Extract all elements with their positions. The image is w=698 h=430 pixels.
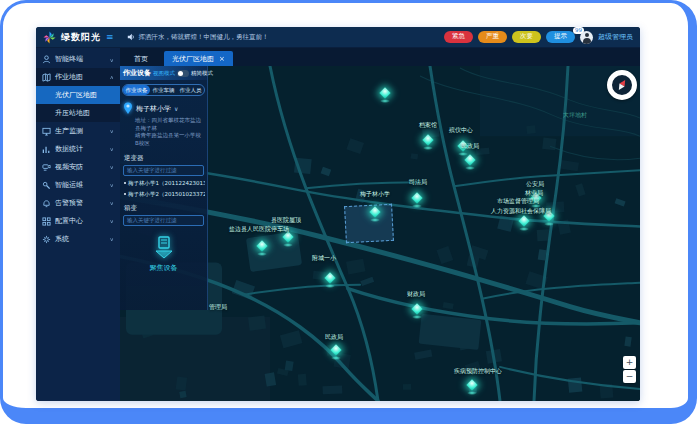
camera-icon — [42, 163, 51, 172]
box-transformer-filter-input[interactable]: 输入关键字进行过滤 — [123, 215, 204, 226]
work-equipment-panel: 作业设备 视图模式 精简模式 作业设备 作业车辆 作业人员 — [120, 66, 208, 310]
sidebar-item-smart-terminal[interactable]: 智能终端 ∨ — [36, 50, 120, 68]
map-place-label: 民政局 — [325, 333, 343, 342]
chevron-down-icon: ∨ — [110, 200, 114, 206]
alarm-badge-hint[interactable]: 提示 — [546, 31, 575, 43]
sidebar-collapse-icon[interactable]: ≡ — [106, 33, 114, 42]
map-place-label: 市场监督管理局 — [497, 197, 539, 206]
user-role-label[interactable]: 超级管理员 — [598, 32, 633, 42]
tab-home[interactable]: 首页 — [126, 51, 156, 66]
tab-bar: 首页 光伏厂区地图 × — [120, 48, 640, 66]
chevron-down-icon: ∨ — [110, 128, 114, 134]
gear-icon — [42, 235, 51, 244]
bar-chart-icon — [42, 145, 51, 154]
device-marker-icon[interactable] — [330, 344, 342, 360]
focus-device-button[interactable]: 聚焦设备 — [120, 235, 207, 273]
map-icon — [42, 73, 51, 82]
chevron-down-icon: ∨ — [110, 218, 114, 224]
wrench-icon — [42, 181, 51, 190]
map-place-label: 财政局 — [407, 290, 425, 299]
terminal-icon — [42, 55, 51, 64]
inverter-section-label: 逆变器 — [120, 148, 207, 165]
announcement-ticker: 挥洒汗水，铸就辉煌！中国健儿，勇往直前！ — [139, 33, 269, 42]
sidebar-item-label: 告警预警 — [55, 198, 83, 208]
sidebar-item-label: 生产监测 — [55, 126, 83, 136]
panel-tab-personnel[interactable]: 作业人员 — [177, 85, 204, 95]
grid-icon — [42, 217, 51, 226]
device-marker-icon[interactable] — [411, 192, 423, 208]
monitor-icon — [42, 127, 51, 136]
panel-tab-equipment[interactable]: 作业设备 — [123, 85, 150, 95]
avatar-image — [580, 31, 593, 44]
main-sidebar: 智能终端 ∨ 作业地图 ∧ 光伏厂区地图 升压站地图 生产监测 ∨ — [36, 48, 120, 401]
panel-tab-group: 作业设备 作业车辆 作业人员 — [122, 84, 205, 96]
sidebar-subitem-booster-station-map[interactable]: 升压站地图 — [36, 104, 120, 122]
sidebar-item-alarm-warning[interactable]: 告警预警 ∨ — [36, 194, 120, 212]
chevron-down-icon: ∨ — [110, 146, 114, 152]
inverter-filter-input[interactable]: 输入关键字进行过滤 — [123, 165, 204, 176]
inverter-list-item[interactable]: 梅子林小学1（201122423013014... — [124, 180, 205, 187]
map-place-label: 县医院屋顶 — [271, 216, 301, 225]
zoom-in-button[interactable]: + — [623, 356, 636, 369]
sidebar-subitem-pv-plant-map[interactable]: 光伏厂区地图 — [36, 86, 120, 104]
sidebar-item-video-security[interactable]: 视频安防 ∨ — [36, 158, 120, 176]
station-selector[interactable]: 梅子林小学 — [136, 104, 171, 114]
map-zoom-control: + − — [623, 356, 636, 383]
device-marker-icon[interactable] — [518, 215, 530, 231]
map-canvas[interactable]: 作业设备 视图模式 精简模式 作业设备 作业车辆 作业人员 — [120, 66, 640, 401]
alarm-badge-severe[interactable]: 严重 — [478, 31, 507, 43]
station-address: 地址：四川省攀枝花市盐边县梅子林 靖青年路盐边县第一小学校B校区 — [120, 115, 207, 148]
box-transformer-section-label: 箱变 — [120, 198, 207, 215]
sidebar-item-config-center[interactable]: 配置中心 ∨ — [36, 212, 120, 230]
tab-pv-plant-map[interactable]: 光伏厂区地图 × — [164, 51, 233, 66]
compass-control[interactable] — [607, 70, 637, 100]
app-title: 绿数阳光 — [61, 31, 101, 44]
alarm-badge-minor[interactable]: 次要 — [512, 31, 541, 43]
map-place-label: 司法局 — [409, 178, 427, 187]
map-place-label: 疾病预防控制中心 — [454, 367, 502, 376]
chevron-down-icon[interactable]: ∨ — [174, 105, 178, 112]
device-marker-icon[interactable] — [369, 206, 381, 222]
sidebar-item-label: 作业地图 — [55, 72, 83, 82]
zoom-out-button[interactable]: − — [623, 370, 636, 383]
sidebar-item-label: 智能终端 — [55, 54, 83, 64]
device-marker-icon[interactable] — [256, 240, 268, 256]
focus-device-icon — [152, 235, 176, 261]
map-place-label: 管理局 — [209, 303, 227, 312]
device-marker-icon[interactable] — [411, 303, 423, 319]
map-place-label: 公安局 — [526, 180, 544, 189]
device-marker-icon[interactable] — [379, 87, 391, 103]
sidebar-item-system[interactable]: 系统 ∨ — [36, 230, 120, 248]
panel-title: 作业设备 — [123, 68, 151, 78]
chevron-up-icon: ∧ — [110, 74, 114, 80]
device-marker-icon[interactable] — [464, 154, 476, 170]
sidebar-item-label: 智能运维 — [55, 180, 83, 190]
chevron-down-icon: ∨ — [110, 56, 114, 62]
sidebar-item-label: 数据统计 — [55, 144, 83, 154]
device-marker-icon[interactable] — [324, 272, 336, 288]
simple-mode-label: 精简模式 — [191, 70, 213, 77]
sidebar-subitem-label: 光伏厂区地图 — [55, 90, 97, 100]
map-place-label: 盐边县人民医院停车场 — [229, 225, 289, 234]
view-mode-label: 视图模式 — [153, 70, 175, 77]
sidebar-item-production-monitoring[interactable]: 生产监测 ∨ — [36, 122, 120, 140]
inverter-list-item[interactable]: 梅子林小学2（201501023372905... — [124, 191, 205, 198]
sidebar-subitem-label: 升压站地图 — [55, 108, 90, 118]
panel-header: 作业设备 视图模式 精简模式 — [120, 66, 207, 80]
sidebar-item-smart-ops[interactable]: 智能运维 ∨ — [36, 176, 120, 194]
panel-tab-vehicles[interactable]: 作业车辆 — [150, 85, 177, 95]
map-place-label: 档案馆 — [419, 121, 437, 130]
chevron-down-icon: ∨ — [110, 236, 114, 242]
chevron-down-icon: ∨ — [110, 182, 114, 188]
chevron-down-icon: ∨ — [110, 164, 114, 170]
device-marker-icon[interactable] — [466, 379, 478, 395]
bullet-dot — [124, 193, 126, 195]
device-marker-icon[interactable] — [422, 134, 434, 150]
sidebar-item-data-statistics[interactable]: 数据统计 ∨ — [36, 140, 120, 158]
sidebar-item-work-map[interactable]: 作业地图 ∧ — [36, 68, 120, 86]
user-avatar[interactable]: 99 — [580, 31, 593, 44]
mode-toggle-switch[interactable] — [177, 70, 189, 77]
alarm-badge-critical[interactable]: 紧急 — [444, 31, 473, 43]
tab-label: 光伏厂区地图 — [172, 54, 214, 64]
close-icon[interactable]: × — [219, 55, 225, 63]
